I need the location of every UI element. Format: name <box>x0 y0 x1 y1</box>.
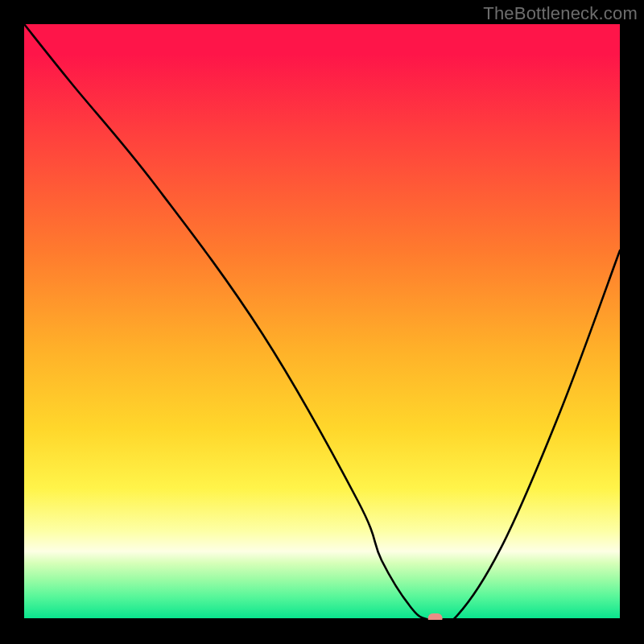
min-point-marker <box>428 613 443 620</box>
chart-frame: TheBottleneck.com <box>0 0 644 644</box>
curve-layer <box>24 24 620 620</box>
plot-area <box>24 24 620 620</box>
bottleneck-curve <box>24 24 620 620</box>
watermark-text: TheBottleneck.com <box>483 3 638 24</box>
